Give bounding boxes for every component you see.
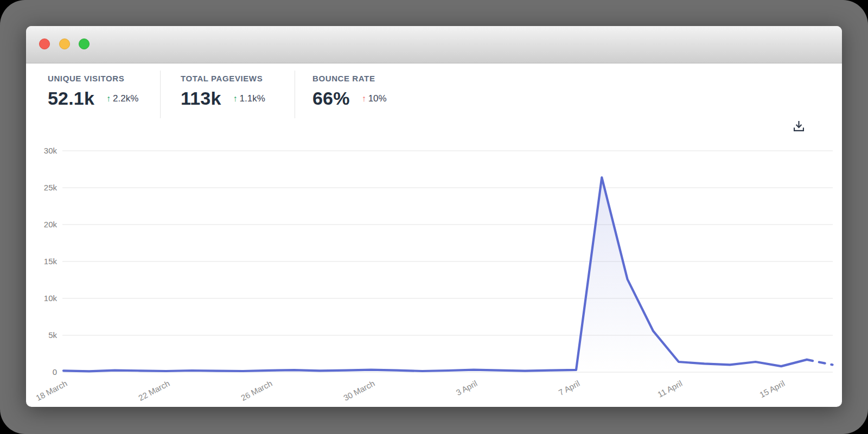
app-window: UNIQUE VISITORS 52.1k ↑ 2.2k% TOTAL PAGE… — [26, 26, 842, 407]
stats-divider — [295, 71, 295, 118]
stat-label: UNIQUE VISITORS — [48, 74, 138, 83]
x-axis-label: 22 March — [137, 379, 171, 403]
stat-label: TOTAL PAGEVIEWS — [181, 74, 265, 83]
stat-delta: ↑ 1.1k% — [233, 93, 265, 104]
x-axis-label: 15 April — [758, 379, 786, 400]
y-axis-label: 20k — [44, 220, 58, 229]
x-axis-label: 18 March — [34, 379, 68, 403]
stat-value: 52.1k — [48, 88, 94, 109]
traffic-line — [63, 177, 807, 371]
y-axis-label: 5k — [48, 330, 57, 340]
stat-unique-visitors: UNIQUE VISITORS 52.1k ↑ 2.2k% — [48, 74, 138, 109]
trend-up-icon: ↑ — [106, 94, 111, 104]
x-axis-label: 3 April — [455, 379, 479, 398]
stat-bounce-rate: BOUNCE RATE 66% ↑ 10% — [312, 74, 387, 109]
x-axis-label: 30 March — [342, 379, 376, 403]
window-titlebar[interactable] — [26, 26, 842, 63]
download-icon — [792, 119, 806, 133]
stat-delta: ↑ 2.2k% — [106, 93, 138, 104]
stat-delta: ↑ 10% — [362, 93, 387, 104]
y-axis-label: 10k — [44, 293, 58, 303]
x-axis-label: 11 April — [656, 379, 684, 399]
traffic-chart[interactable]: 05k10k15k20k25k30k18 March22 March26 Mar… — [26, 135, 842, 407]
stat-delta-value: 2.2k% — [113, 93, 138, 104]
y-axis-label: 30k — [44, 146, 58, 155]
zoom-window-button[interactable] — [79, 39, 90, 49]
trend-up-icon: ↑ — [233, 94, 238, 104]
stat-value: 113k — [181, 88, 221, 109]
minimize-window-button[interactable] — [59, 39, 70, 49]
y-axis-label: 0 — [53, 367, 57, 376]
y-axis-label: 25k — [44, 183, 58, 192]
screenshot-background: UNIQUE VISITORS 52.1k ↑ 2.2k% TOTAL PAGE… — [0, 0, 868, 434]
stats-divider — [160, 71, 161, 118]
trend-up-icon: ↑ — [362, 94, 366, 104]
x-axis-label: 7 April — [557, 379, 582, 398]
stat-value: 66% — [312, 88, 350, 109]
stat-delta-value: 10% — [368, 93, 387, 104]
stat-total-pageviews: TOTAL PAGEVIEWS 113k ↑ 1.1k% — [181, 74, 265, 109]
x-axis-label: 26 March — [239, 379, 273, 403]
stat-delta-value: 1.1k% — [240, 93, 265, 104]
close-window-button[interactable] — [39, 39, 50, 49]
area-fill — [63, 177, 833, 372]
y-axis-label: 15k — [44, 257, 58, 266]
stat-label: BOUNCE RATE — [312, 74, 387, 83]
download-button[interactable] — [788, 115, 809, 137]
